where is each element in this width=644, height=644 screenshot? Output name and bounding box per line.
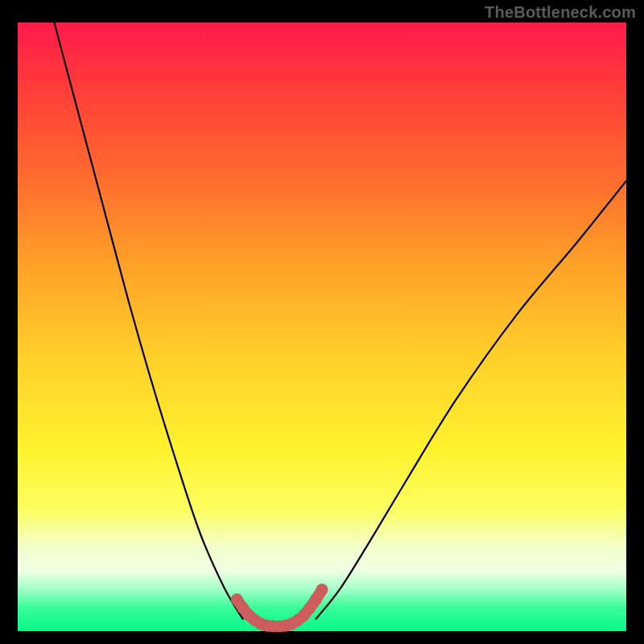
u-overlay-dot bbox=[316, 584, 328, 596]
curve-right bbox=[316, 181, 626, 619]
plot-area bbox=[18, 23, 626, 631]
curve-left bbox=[54, 23, 242, 619]
curve-layer bbox=[18, 23, 626, 631]
watermark-text: TheBottleneck.com bbox=[485, 3, 636, 22]
chart-frame: TheBottleneck.com bbox=[0, 0, 644, 644]
